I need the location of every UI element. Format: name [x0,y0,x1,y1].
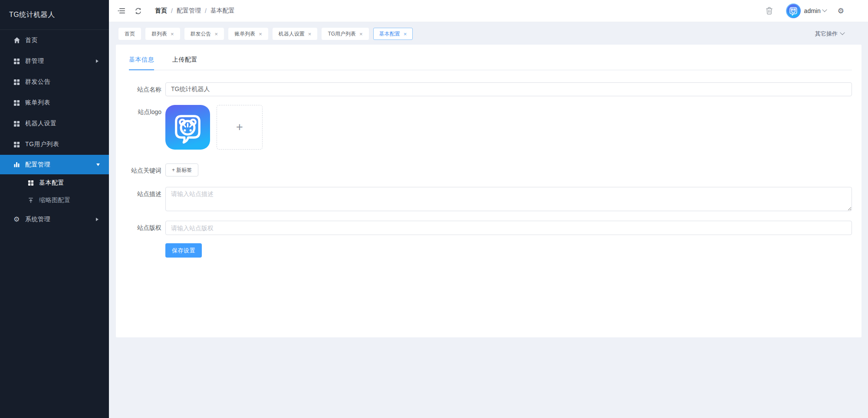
site-copyright-input[interactable] [165,221,852,235]
more-operations-dropdown[interactable]: 其它操作 [815,28,844,40]
sidebar-toggle-icon[interactable] [115,4,128,17]
tab-group-list[interactable]: 群列表 × [145,28,180,40]
site-copyright-label: 站点版权 [129,221,165,235]
breadcrumb-separator: / [205,7,207,14]
tab-home[interactable]: 首页 [118,28,141,40]
close-icon[interactable]: × [359,31,363,37]
site-keywords-row: 站点关键词 + 新标签 [129,163,852,177]
content-area: 基本信息 上传配置 站点名称 站点logo [109,45,868,418]
username[interactable]: admin [804,7,821,14]
tab-label: TG用户列表 [328,30,356,38]
sidebar-item-label: 基本配置 [39,179,64,187]
sidebar-item-label: 配置管理 [25,161,50,169]
tab-label: 基本配置 [379,30,400,38]
main-area: 首页 / 配置管理 / 基本配置 admin ⚙ 首页 [109,0,868,418]
sidebar-item-basic-config[interactable]: 基本配置 [0,174,109,192]
save-row: 保存设置 [129,243,852,258]
breadcrumb-separator: / [171,7,173,14]
chevron-right-icon [96,218,99,221]
breadcrumb-basic-config: 基本配置 [210,7,235,15]
bar-chart-icon [13,161,20,168]
plus-icon: + [236,121,243,133]
basic-config-form: 站点名称 站点logo + [129,82,852,258]
site-desc-textarea[interactable] [165,187,852,211]
tab-broadcast[interactable]: 群发公告 × [184,28,224,40]
config-card: 基本信息 上传配置 站点名称 站点logo [116,45,861,337]
site-name-input[interactable] [165,82,852,96]
tab-basic-info[interactable]: 基本信息 [129,56,154,70]
site-keywords-label: 站点关键词 [129,163,165,177]
sidebar-item-label: 群管理 [25,57,44,65]
close-icon[interactable]: × [308,31,312,37]
app-root: TG统计机器人 首页 群管理 群发公告 [0,0,868,418]
grid-icon [13,58,20,65]
new-tag-button[interactable]: + 新标签 [165,163,198,176]
sidebar-item-system-manage[interactable]: ⚙ 系统管理 [0,209,109,230]
site-desc-label: 站点描述 [129,187,165,201]
sidebar-item-tg-users[interactable]: TG用户列表 [0,134,109,155]
sidebar-item-label: 缩略图配置 [39,196,71,204]
settings-gear-icon[interactable]: ⚙ [838,7,844,15]
site-desc-row: 站点描述 [129,187,852,212]
site-logo-image[interactable] [165,105,210,150]
sidebar-item-label: 机器人设置 [25,120,57,127]
chevron-down-icon [96,163,100,166]
tab-upload-config[interactable]: 上传配置 [172,56,197,70]
sidebar-item-label: 群发公告 [25,78,50,86]
sidebar-item-bills[interactable]: 账单列表 [0,92,109,113]
sidebar: TG统计机器人 首页 群管理 群发公告 [0,0,109,418]
breadcrumb-home[interactable]: 首页 [155,7,167,15]
sidebar-menu: 首页 群管理 群发公告 账单列表 [0,30,109,230]
sidebar-item-robot-settings[interactable]: 机器人设置 [0,113,109,134]
tab-label: 账单列表 [234,30,255,38]
close-icon[interactable]: × [404,31,407,37]
sidebar-item-label: 首页 [25,36,38,44]
more-operations-label: 其它操作 [815,30,838,38]
tab-basic-config[interactable]: 基本配置 × [373,28,413,40]
grid-icon [27,180,34,187]
tab-robot-settings[interactable]: 机器人设置 × [273,28,318,40]
refresh-icon[interactable] [132,4,145,17]
tab-label: 群列表 [151,30,167,38]
header-actions: admin ⚙ [766,3,844,18]
tab-label: 机器人设置 [279,30,305,38]
sidebar-item-home[interactable]: 首页 [0,30,109,51]
close-icon[interactable]: × [215,31,218,37]
sidebar-item-config-manage[interactable]: 配置管理 [0,155,109,174]
upload-icon [27,197,34,204]
breadcrumb: 首页 / 配置管理 / 基本配置 [155,7,235,15]
chevron-right-icon [96,59,99,63]
sidebar-item-thumbnail-config[interactable]: 缩略图配置 [0,192,109,209]
tab-label: 群发公告 [191,30,211,38]
sidebar-item-label: 系统管理 [25,216,50,223]
site-name-label: 站点名称 [129,82,165,96]
tab-tg-users[interactable]: TG用户列表 × [322,28,368,40]
save-settings-button[interactable]: 保存设置 [165,243,202,258]
sidebar-item-label: 账单列表 [25,99,50,107]
gear-icon: ⚙ [13,216,20,223]
trash-icon[interactable] [766,7,773,15]
page-tabs: 首页 群列表 × 群发公告 × 账单列表 × 机器人设置 × TG用户列表 × [109,22,868,45]
site-name-row: 站点名称 [129,82,852,96]
site-logo-label: 站点logo [129,105,165,119]
chevron-down-icon[interactable] [822,7,827,12]
close-icon[interactable]: × [259,31,262,37]
top-header: 首页 / 配置管理 / 基本配置 admin ⚙ [109,0,868,22]
home-icon [13,37,20,44]
user-avatar[interactable] [786,3,801,18]
breadcrumb-config-manage[interactable]: 配置管理 [177,7,201,15]
tab-bills[interactable]: 账单列表 × [228,28,268,40]
sidebar-item-label: TG用户列表 [25,140,59,148]
site-copyright-row: 站点版权 [129,221,852,235]
tab-label: 首页 [125,30,135,38]
site-logo-row: 站点logo + [129,105,852,150]
grid-icon [13,99,20,107]
sidebar-item-broadcast[interactable]: 群发公告 [0,72,109,92]
sidebar-item-group-manage[interactable]: 群管理 [0,51,109,72]
logo-upload-box[interactable]: + [217,105,263,150]
close-icon[interactable]: × [171,31,174,37]
grid-icon [13,141,20,148]
grid-icon [13,120,20,127]
grid-icon [13,78,20,86]
chevron-down-icon [840,30,845,35]
